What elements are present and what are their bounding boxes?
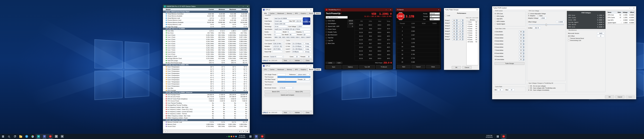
taskbar-app-notepad[interactable]: N [53,134,59,139]
spin-down-icon[interactable] [523,41,524,42]
close-button[interactable]: Close [303,111,312,114]
all-core-list-item[interactable]: 7 Cores52 [466,34,478,36]
spin-arrows[interactable] [523,52,524,54]
spin-down-icon[interactable] [462,26,464,27]
hwinfo-titlebar[interactable]: HWiNFO64 Pro v7.07-4570 Sensor Status [163,5,250,8]
all-core-list-item[interactable]: 4 Cores52 [466,28,478,30]
benchmark-version-combo[interactable]: 17.01.64 [279,87,294,89]
turbo-groups-button[interactable]: Turbo Groups [494,62,524,65]
thermal-velocity-boost-checkbox[interactable] [568,38,570,39]
sensor-row[interactable]: Core 8 Clock5,236.2 MHz800.3 MHz5,338.8 … [163,51,248,53]
throttlestop-titlebar[interactable]: ThrottleStop 9.3.1 [325,8,393,12]
spin-arrows[interactable] [462,24,464,27]
spin-arrows[interactable] [456,19,458,21]
taskbar-app-settings[interactable]: ⚙ [59,134,65,139]
spin-down-icon[interactable] [523,50,524,51]
misc-option-row[interactable]: Thermal Velocity Boost [568,38,604,39]
tools-button[interactable]: Tools [282,59,292,62]
sensor-row[interactable]: Core 1 Clock5,236.2 MHz800.2 MHz5,338.9 … [163,36,248,38]
ratio-spinner[interactable]: 52 [519,40,524,42]
misc-option-row[interactable]: Overclocking Lock [568,40,604,41]
sensor-section-header[interactable]: ▼CPU [#0]: Intel Core i9-10900K: DTS [163,64,248,66]
spin-up-icon[interactable] [462,24,464,26]
sensor-section-header[interactable]: ▼System: ASUS System Product Name [163,11,248,13]
sensor-row[interactable]: CPU Package Power249.382 W17.926 W255.10… [163,94,248,96]
option-row[interactable]: Set Multiplier52.00 [326,22,354,25]
spin-down-icon[interactable] [462,23,464,24]
spin-down-icon[interactable] [523,44,524,45]
save-option-radio[interactable] [528,88,529,89]
spin-up-icon[interactable] [456,27,458,28]
sensor-section-header[interactable]: ▼CPU [#0]: Intel Core i9-10900K: Enhance… [163,92,248,94]
spin-down-icon[interactable] [462,28,464,30]
spin-up-icon[interactable] [523,34,524,35]
start-button[interactable] [495,134,501,139]
static-radio[interactable] [537,15,539,16]
spin-up-icon[interactable] [462,27,464,28]
apply-button[interactable]: Apply [626,96,635,98]
tab-memory[interactable]: Memory [286,12,294,15]
options-button[interactable]: Options [342,65,358,68]
clock-mod-checkbox[interactable] [326,20,327,22]
sensor-row[interactable]: Core VIDs1.374 V0.712 V1.385 V1.318 V [163,30,248,32]
ratio-limit-spinner[interactable]: 52 [452,38,458,40]
tab-bench[interactable]: Bench [308,68,315,71]
spin-up-icon[interactable] [523,58,524,60]
close-button[interactable] [245,5,250,8]
close-button[interactable] [309,8,313,11]
log-file-checkbox[interactable] [326,40,327,41]
sensor-row[interactable]: Memory Controller Load17.8 %0.4 %19.2 %1… [163,121,248,123]
spin-down-icon[interactable] [456,36,458,38]
sensor-row[interactable]: Core 6 Clock5,236.1 MHz800.4 MHz5,338.9 … [163,47,248,49]
reset-minmax-button[interactable]: ↺ [238,130,241,133]
spin-arrows[interactable] [523,55,524,58]
search-button[interactable] [6,134,12,139]
spin-arrows[interactable] [462,27,464,30]
taskbar-app-throttlestop[interactable]: TS [501,134,506,139]
core-count-spinner[interactable]: 10 [458,38,464,40]
sensor-row[interactable]: IA: Frequency Limited - ThermalNoNoNoNo [163,112,248,115]
sensor-row[interactable]: Memory Clock1,999.8 MHz1,999.8 MHz2,000.… [163,123,248,126]
column-current[interactable]: Current [204,8,215,10]
spin-arrows[interactable] [462,19,464,21]
validate-button[interactable]: Validate [292,111,302,114]
threads-combo[interactable]: 20 [430,15,440,18]
save-option-radio[interactable] [528,85,529,86]
tab-caches[interactable]: Caches [268,12,276,15]
all-core-list-item[interactable]: 8 Cores52 [466,36,478,38]
sensor-row[interactable]: Core 2 Temperature86 °C24 °C92 °C77 °C [163,70,248,72]
spin-arrows[interactable] [523,46,524,48]
option-row[interactable]: Speed Shift - EPP0 [326,25,354,28]
option-value[interactable]: 100.00 [348,20,354,22]
all-core-listbox[interactable]: 1 Core532 Cores533 Cores524 Cores525 Cor… [466,21,478,65]
column-minimum[interactable]: Minimum [215,8,226,10]
spin-up-icon[interactable] [462,22,464,23]
ratio-limit-spinner[interactable]: 52 [452,36,458,38]
tab-spd[interactable]: SPD [294,12,299,15]
spin-down-icon[interactable] [456,20,458,22]
taskbar-app-cpuz[interactable]: Z [253,134,259,139]
tray-monitor-icon[interactable] [233,136,234,137]
spin-up-icon[interactable] [523,37,524,38]
taskbar-app-edge[interactable]: e [24,134,30,139]
taskbar-app-file-explorer[interactable] [18,134,24,139]
save-option-row[interactable]: OK - Save voltages immediately [528,89,564,91]
sensor-row[interactable]: Bus Clock100.7 MHz100.7 MHz100.8 MHz100.… [163,32,248,34]
disable-turbo-checkbox[interactable] [326,32,327,33]
spin-arrows[interactable] [462,30,464,32]
slider-thumb[interactable] [546,24,547,26]
bench-cpu-button[interactable]: Bench CPU [264,90,287,93]
sensor-row[interactable]: Core 6 Temperature85 °C23 °C91 °C76 °C [163,79,248,81]
option-row[interactable]: Clock Mod100.00 [326,19,354,22]
taskbar-app-throttlestop[interactable]: TS [48,134,53,139]
sensor-row[interactable]: RING: Frequency Limited - Max TurboNoNoN… [163,115,248,117]
spin-up-icon[interactable] [462,30,464,31]
close-button[interactable] [309,64,313,68]
sensor-row[interactable]: Core 3 Clock5,236.2 MHz800.3 MHz5,338.9 … [163,40,248,42]
sensor-row[interactable]: Physical Memory Available58,902 MB58,886… [163,21,248,24]
start-button[interactable]: Start [397,65,410,68]
option-value[interactable]: 0 [348,25,354,28]
limits-button[interactable]: Limits [326,62,335,64]
spin-arrows[interactable] [462,22,464,24]
domain-radio-row[interactable]: iGPU Unslice [494,20,524,23]
